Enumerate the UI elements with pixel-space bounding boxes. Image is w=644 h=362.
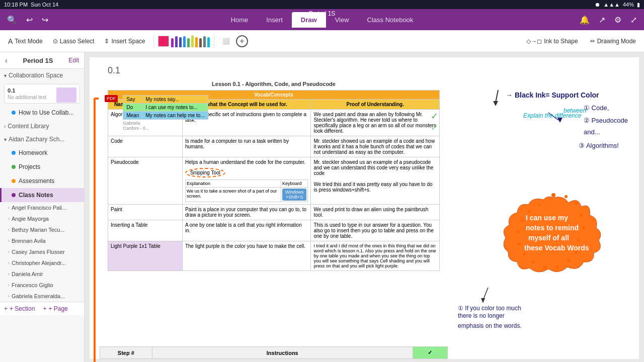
- sidebar-student-casey[interactable]: › Casey James Flusser: [0, 246, 84, 257]
- thought-bubble: I can use my notes to remind myself of a…: [498, 193, 634, 295]
- pen-brown[interactable]: [199, 38, 202, 47]
- table-row: Code Is made for a computer to run a tas…: [108, 136, 440, 157]
- instructions-header: Instructions: [152, 347, 413, 359]
- pen-blue[interactable]: [179, 37, 182, 47]
- tab-insert[interactable]: Insert: [257, 12, 292, 28]
- share-icon[interactable]: ↗: [597, 13, 607, 27]
- add-page-button[interactable]: + + Page: [43, 305, 67, 312]
- status-bar-right: ⏺ ▲▲▲ 44% ▮: [595, 2, 640, 8]
- tab-home[interactable]: Home: [222, 12, 258, 28]
- undo-icon[interactable]: ↩: [24, 13, 35, 27]
- search-icon[interactable]: 🔍: [5, 13, 19, 27]
- sidebar-aidan-header[interactable]: ▾ Aidan Zachary Sch...: [0, 133, 84, 146]
- pen-yellow[interactable]: [191, 35, 194, 47]
- snipping-tool-label: Snipping Tool: [185, 168, 225, 177]
- table-row: Paint Paint is a place in your computer …: [108, 205, 440, 220]
- svg-point-27: [538, 203, 541, 206]
- sidebar-student-daniela[interactable]: › Daniela Amir: [0, 268, 84, 280]
- sidebar-item-how-to-use[interactable]: How to Use Collab...: [0, 106, 84, 120]
- redo-icon[interactable]: ↪: [40, 13, 50, 27]
- pen-teal[interactable]: [207, 37, 210, 47]
- chevron-down-icon: ▾: [4, 73, 7, 78]
- check-mark-small: ✓: [431, 122, 438, 133]
- pen-grey[interactable]: [203, 36, 206, 47]
- sidebar-collab-header[interactable]: ▾ Collaboration Space: [0, 69, 84, 82]
- chevron-right-icon: ›: [4, 124, 6, 129]
- table-row: Pseudocode Helps a human understand the …: [108, 157, 440, 205]
- ink-to-shape-button[interactable]: ◇→◻ Ink to Shape: [522, 36, 582, 47]
- text-mode-button[interactable]: A Text Mode: [4, 35, 47, 47]
- chevron-right-christopher: ›: [8, 260, 10, 265]
- settings-icon[interactable]: ⚙: [612, 13, 623, 27]
- insert-space-button[interactable]: ⇕ Insert Space: [100, 36, 149, 47]
- sidebar-item-class-notes[interactable]: Class Notes: [0, 188, 84, 202]
- fullscreen-icon[interactable]: ⤢: [628, 13, 639, 27]
- tab-class-notebook[interactable]: Class Notebook: [358, 12, 423, 28]
- sidebar-student-angel[interactable]: › Angel Francisco Pali...: [0, 202, 84, 213]
- orange-bracket: [94, 98, 99, 362]
- mean-text: My notes can help me to...: [142, 112, 208, 120]
- svg-text:between: between: [564, 107, 587, 114]
- chevron-right-francesco: ›: [8, 283, 10, 288]
- add-section-button[interactable]: + + Section: [4, 305, 35, 312]
- pen-lightblue[interactable]: [183, 36, 186, 47]
- check-column-header: ✓: [413, 347, 447, 359]
- table-row: Light Purple 1x1 Table The light purple …: [108, 241, 440, 271]
- svg-marker-33: [481, 298, 485, 303]
- projects-dot-icon: [12, 165, 16, 169]
- page-number: 0.1: [108, 65, 631, 76]
- sidebar-item-projects[interactable]: Projects: [0, 160, 84, 174]
- term-inserting-table: Inserting a Table: [108, 220, 183, 241]
- term-pseudocode: Pseudocode: [108, 157, 183, 205]
- chevron-right-casey: ›: [8, 249, 10, 254]
- note-area: ① If you color too much there is no long…: [458, 285, 634, 329]
- color-swatch-pink[interactable]: [158, 36, 169, 47]
- pen-purple[interactable]: [171, 38, 174, 47]
- page-preview[interactable]: 0.1 No additional text: [4, 84, 80, 104]
- svg-text:these Vocab Words: these Vocab Words: [524, 244, 589, 252]
- sidebar-bottom: + + Section + + Page: [0, 302, 84, 315]
- period-title: Period 1S: [309, 10, 336, 17]
- svg-text:and...: and...: [584, 128, 600, 136]
- def-paint: Paint is a place in your computer that y…: [182, 205, 311, 220]
- sidebar: ‹ Period 1S Edit ▾ Collaboration Space 0…: [0, 52, 85, 362]
- pen-orange[interactable]: [195, 37, 198, 47]
- sidebar-student-brennan[interactable]: › Brennan Avila: [0, 235, 84, 246]
- snipping-usage-text: We us it to take a screen shot of a part…: [185, 188, 281, 202]
- toolbar-sep-1: [153, 34, 154, 48]
- battery-icon: ▮: [637, 2, 640, 8]
- sidebar-edit-button[interactable]: Edit: [68, 57, 79, 64]
- eraser-button[interactable]: ⬜: [218, 36, 234, 47]
- pen-indigo[interactable]: [175, 36, 178, 47]
- pen-group: [171, 35, 210, 47]
- svg-text:notes to remind: notes to remind: [526, 224, 579, 232]
- pen-green[interactable]: [187, 38, 190, 47]
- term-paint: Paint: [108, 205, 183, 220]
- sidebar-student-christopher[interactable]: › Christopher Alejandr...: [0, 257, 84, 268]
- content-area: 0.1 PDF Say My notes say... Do I can use…: [85, 52, 644, 362]
- sidebar-item-homework[interactable]: Homework: [0, 146, 84, 160]
- do-label: Do: [123, 104, 142, 112]
- sidebar-student-angie[interactable]: › Angie Mayorga: [0, 213, 84, 224]
- sidebar-back-button[interactable]: ‹: [5, 56, 8, 64]
- sidebar-content-library[interactable]: › Content Library: [0, 120, 84, 133]
- plus-icon-section: +: [4, 305, 8, 312]
- svg-point-26: [528, 210, 531, 213]
- sidebar-student-gabriela[interactable]: › Gabriela Esmeralda...: [0, 291, 84, 302]
- sidebar-student-francesco[interactable]: › Francesco Giglio: [0, 280, 84, 291]
- svg-point-17: [575, 250, 578, 253]
- sidebar-item-assessments[interactable]: Assessments: [0, 174, 84, 188]
- page-preview-thumb: [56, 87, 76, 103]
- sidebar-student-bethzy[interactable]: › Bethzy Marian Tecu...: [0, 224, 84, 235]
- lasso-select-button[interactable]: ⊙ Lasso Select: [49, 36, 99, 47]
- note-svg: ① If you color too much there is no long…: [458, 285, 609, 325]
- lasso-icon: ⊙: [53, 38, 58, 45]
- drawing-mode-button[interactable]: ✏ Drawing Mode: [586, 36, 640, 47]
- notebook-page: 0.1 PDF Say My notes say... Do I can use…: [90, 57, 639, 359]
- add-pen-button[interactable]: +: [236, 35, 248, 47]
- svg-marker-4: [557, 118, 562, 123]
- status-bar: 10:18 PM Sun Oct 14 ⏺ ▲▲▲ 44% ▮: [0, 0, 644, 9]
- svg-text:there is no longer: there is no longer: [458, 312, 505, 319]
- svg-point-15: [582, 226, 585, 229]
- notifications-icon[interactable]: 🔔: [578, 13, 592, 27]
